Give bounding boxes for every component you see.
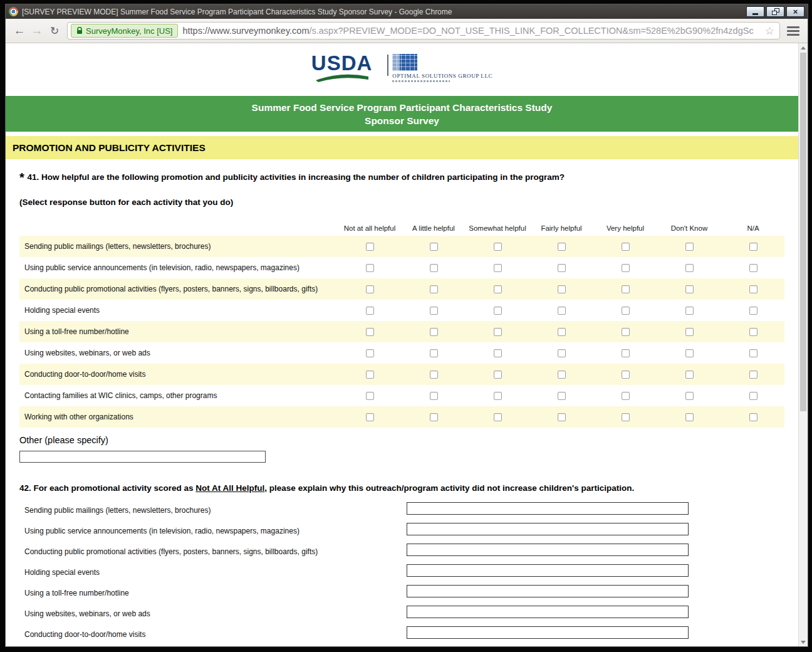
checkbox[interactable] [622,264,630,272]
checkbox[interactable] [366,328,374,336]
checkbox[interactable] [558,413,566,421]
checkbox[interactable] [622,349,630,357]
checkbox[interactable] [430,307,438,315]
explain-input[interactable] [407,523,689,535]
checkbox[interactable] [622,392,630,400]
checkbox[interactable] [494,328,502,336]
checkbox[interactable] [558,371,566,379]
checkbox[interactable] [622,371,630,379]
checkbox[interactable] [685,392,694,400]
bookmark-star-icon[interactable]: ☆ [765,24,774,38]
explain-row-label: Conducting door-to-door/home visits [24,630,145,639]
page-viewport: USDA Optimal Solutions Group LLC [6,43,808,646]
checkbox[interactable] [430,243,438,251]
forward-button[interactable]: → [28,22,46,39]
checkbox[interactable] [430,371,438,379]
checkbox[interactable] [622,243,630,251]
explain-input[interactable] [407,502,689,515]
checkbox[interactable] [494,413,502,421]
checkbox[interactable] [622,285,630,293]
question-42-title: 42. For each promotional activity scored… [19,483,784,493]
checkbox[interactable] [749,264,757,272]
checkbox[interactable] [430,392,438,400]
logo-header: USDA Optimal Solutions Group LLC [6,48,798,87]
checkbox[interactable] [622,328,630,336]
checkbox[interactable] [749,243,757,251]
checkbox[interactable] [749,285,757,293]
checkbox[interactable] [494,285,502,293]
browser-toolbar: ← → ↻ SurveyMonkey, Inc [US] https://www… [6,19,808,43]
checkbox[interactable] [685,349,694,357]
other-specify-input[interactable] [19,451,266,463]
checkbox[interactable] [494,371,502,379]
checkbox[interactable] [430,413,438,421]
checkbox[interactable] [366,392,374,400]
checkbox[interactable] [366,413,374,421]
checkbox[interactable] [494,349,502,357]
minimize-button[interactable] [746,6,764,17]
explain-input[interactable] [407,544,689,556]
vertical-scrollbar[interactable] [798,43,808,646]
checkbox[interactable] [430,264,438,272]
checkbox[interactable] [749,371,757,379]
checkbox[interactable] [494,264,502,272]
matrix-cell [593,349,657,357]
scroll-down-arrow[interactable] [799,638,808,646]
explain-input[interactable] [407,585,689,597]
checkbox[interactable] [494,392,502,400]
checkbox[interactable] [430,328,438,336]
url-text: https://www.surveymonkey.com/s.aspx?PREV… [182,26,761,36]
checkbox[interactable] [558,328,566,336]
checkbox[interactable] [366,243,374,251]
matrix-row: Using a toll-free number/hotline [19,321,784,342]
checkbox[interactable] [749,413,757,421]
matrix-row-label: Contacting families at WIC clinics, camp… [19,389,338,403]
checkbox[interactable] [685,371,694,379]
checkbox[interactable] [685,307,694,315]
checkbox[interactable] [749,307,757,315]
chrome-menu-button[interactable] [784,23,803,39]
checkbox[interactable] [622,307,630,315]
checkbox[interactable] [366,285,374,293]
osg-grid-icon [392,54,417,71]
explain-input[interactable] [407,606,689,618]
checkbox[interactable] [430,285,438,293]
restore-button[interactable] [766,6,784,17]
usda-wordmark: USDA [311,54,373,73]
checkbox[interactable] [749,392,757,400]
checkbox[interactable] [558,349,566,357]
checkbox[interactable] [685,328,694,336]
checkbox[interactable] [558,243,566,251]
matrix-cell [338,413,402,421]
matrix-cell [402,243,466,251]
window-titlebar[interactable]: [SURVEY PREVIEW MODE] Summer Food Servic… [6,4,808,19]
ev-secure-badge[interactable]: SurveyMonkey, Inc [US] [71,24,178,38]
explain-input[interactable] [407,564,689,577]
checkbox[interactable] [558,392,566,400]
checkbox[interactable] [366,371,374,379]
scroll-up-arrow[interactable] [799,43,808,52]
checkbox[interactable] [366,349,374,357]
checkbox[interactable] [685,413,694,421]
refresh-button[interactable]: ↻ [46,22,63,39]
checkbox[interactable] [685,243,694,251]
checkbox[interactable] [430,349,438,357]
explain-row: Conducting public promotional activities… [19,543,784,564]
checkbox[interactable] [494,243,502,251]
address-bar[interactable]: SurveyMonkey, Inc [US] https://www.surve… [67,22,780,39]
explain-input[interactable] [407,626,689,639]
back-button[interactable]: ← [11,22,28,39]
checkbox[interactable] [366,264,374,272]
scrollbar-thumb[interactable] [800,53,806,411]
checkbox[interactable] [494,307,502,315]
checkbox[interactable] [685,285,694,293]
checkbox[interactable] [749,349,757,357]
checkbox[interactable] [366,307,374,315]
checkbox[interactable] [685,264,694,272]
close-button[interactable]: × [786,6,804,17]
checkbox[interactable] [558,285,566,293]
checkbox[interactable] [558,307,566,315]
checkbox[interactable] [558,264,566,272]
checkbox[interactable] [622,413,630,421]
checkbox[interactable] [749,328,757,336]
